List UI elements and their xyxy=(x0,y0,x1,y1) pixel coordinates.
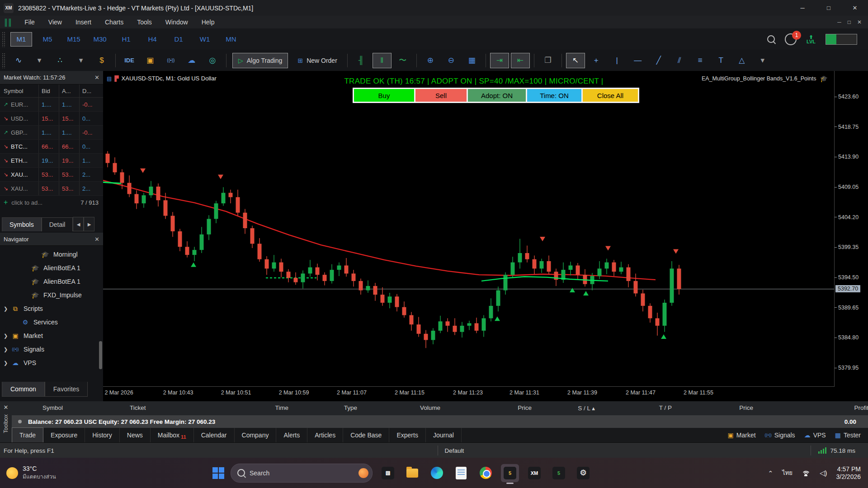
market-bag-icon[interactable]: ▣ xyxy=(141,53,160,68)
ea-button-buy[interactable]: Buy xyxy=(354,89,414,102)
taskbar-app-xm-app[interactable]: XM xyxy=(525,464,543,482)
taskbar-app-settings[interactable]: ⚙ xyxy=(574,464,592,482)
indicators-icon[interactable]: ∴ xyxy=(51,53,70,68)
expand-caret-icon[interactable]: ❯ xyxy=(4,306,9,312)
taskbar-app-task-view[interactable]: ▧ xyxy=(379,464,397,482)
timeframe-d1-button[interactable]: D1 xyxy=(168,32,189,47)
taskbar-app-mt5-green[interactable]: 5 xyxy=(550,464,568,482)
navigator-item-morningl[interactable]: 🎓Morningl xyxy=(0,248,103,261)
trade-table-header[interactable]: SymbolTicketTimeTypeVolumePriceS / L ▴T … xyxy=(12,401,868,416)
column-header-sl[interactable]: S / L ▴ xyxy=(578,404,595,412)
text-tool-icon[interactable]: T xyxy=(712,53,731,68)
navigator-item-scripts[interactable]: ❯⧉Scripts xyxy=(0,302,103,315)
toolbox-tab-journal[interactable]: Journal xyxy=(426,428,462,442)
tab-common[interactable]: Common xyxy=(2,382,45,397)
shortcut-vps[interactable]: ☁VPS xyxy=(804,432,826,439)
dropdown-icon[interactable]: ▾ xyxy=(71,53,90,68)
navigator-item-vps[interactable]: ❯☁VPS xyxy=(0,356,103,370)
taskbar-app-notepad[interactable] xyxy=(452,464,470,482)
chart-restore-icon[interactable]: □ xyxy=(848,19,851,25)
timeframe-m15-button[interactable]: M15 xyxy=(63,32,85,47)
dropdown-icon[interactable]: ▾ xyxy=(30,53,49,68)
column-header-type[interactable]: Type xyxy=(344,404,357,411)
taskbar-app-chrome[interactable] xyxy=(476,464,495,482)
column-header-volume[interactable]: Volume xyxy=(420,404,440,411)
ea-button-sell[interactable]: Sell xyxy=(415,89,467,102)
profile-icon[interactable]: 1 xyxy=(785,33,797,45)
market-watch-row-xau[interactable]: ↘XAU...53...53...2... xyxy=(0,168,103,182)
add-symbol-plus-icon[interactable]: + xyxy=(0,198,11,206)
zoom-in-icon[interactable]: ⊕ xyxy=(421,53,440,68)
market-watch-row-btc[interactable]: ↘BTC...66...66...0... xyxy=(0,140,103,154)
column-header-price[interactable]: Price xyxy=(739,404,753,411)
taskbar-search-input[interactable]: Search xyxy=(231,464,373,483)
vertical-line-icon[interactable]: | xyxy=(608,53,627,68)
column-header-time[interactable]: Time xyxy=(275,404,289,411)
column-header-profit[interactable]: Profit xyxy=(854,404,868,411)
timeframe-m30-button[interactable]: M30 xyxy=(89,32,111,47)
timeframe-h1-button[interactable]: H1 xyxy=(115,32,137,47)
signals-toolbar-icon[interactable]: ((•)) xyxy=(161,53,180,68)
wifi-icon[interactable] xyxy=(802,470,811,476)
column-header-tp[interactable]: T / P xyxy=(659,404,672,411)
timeframe-m5-button[interactable]: M5 xyxy=(37,32,58,47)
new-order-button[interactable]: ⊞ New Order xyxy=(292,53,343,68)
column-header-symbol[interactable]: Symbol xyxy=(42,404,63,411)
market-watch-row-usd[interactable]: ↘USD...15...15...0... xyxy=(0,112,103,126)
deposit-icon[interactable]: $ xyxy=(92,53,111,68)
horizontal-line-icon[interactable]: — xyxy=(628,53,647,68)
shortcut-market[interactable]: ▣Market xyxy=(728,432,756,439)
time-axis[interactable]: 2 Mar 20262 Mar 10:432 Mar 10:512 Mar 10… xyxy=(103,386,834,401)
shapes-icon[interactable]: △ xyxy=(732,53,751,68)
vps-cloud-icon[interactable]: ☁ xyxy=(182,53,201,68)
expand-caret-icon[interactable]: ❯ xyxy=(4,347,9,352)
minimize-button[interactable]: ─ xyxy=(789,0,816,16)
menu-help[interactable]: Help xyxy=(195,16,222,28)
toolbar-grip[interactable] xyxy=(2,32,5,47)
toolbox-tab-mailbox[interactable]: Mailbox11 xyxy=(151,428,194,442)
language-indicator[interactable]: ไทย xyxy=(782,468,793,478)
toolbox-tab-company[interactable]: Company xyxy=(235,428,277,442)
lvl-upgrade-icon[interactable]: ⬆LVL xyxy=(807,35,816,44)
add-symbol-row[interactable]: + click to ad... 7 / 913 xyxy=(0,196,103,209)
tabs-scroll-right-icon[interactable]: ▶ xyxy=(84,217,94,231)
chart-close-icon[interactable]: ✕ xyxy=(857,19,862,25)
shortcut-signals[interactable]: ((•))Signals xyxy=(765,432,795,439)
zoom-out-icon[interactable]: ⊖ xyxy=(442,53,461,68)
navigator-close-icon[interactable]: ✕ xyxy=(94,236,99,243)
ea-button-close-all[interactable]: Close All xyxy=(583,89,638,102)
volume-icon[interactable]: ◁) xyxy=(820,469,827,477)
algo-trading-button[interactable]: ▷ Algo Trading xyxy=(232,53,288,68)
close-button[interactable]: ✕ xyxy=(842,0,868,16)
market-watch-row-xau[interactable]: ↘XAU...53...53...2... xyxy=(0,182,103,196)
weather-widget[interactable]: 33°C มีแดดบางส่วน xyxy=(0,465,115,481)
taskbar-clock[interactable]: 4:57 PM 3/2/2026 xyxy=(836,465,861,481)
screenshot-icon[interactable]: ❐ xyxy=(538,53,557,68)
tab-symbols[interactable]: Symbols xyxy=(2,217,42,231)
chart-style-icon[interactable]: ∿ xyxy=(9,53,28,68)
toolbox-tab-history[interactable]: History xyxy=(85,428,120,442)
price-axis[interactable]: 5423.605418.755413.905409.055404.205399.… xyxy=(835,71,868,386)
timeframe-w1-button[interactable]: W1 xyxy=(194,32,216,47)
crosshair-icon[interactable]: + xyxy=(587,53,606,68)
column-header-price[interactable]: Price xyxy=(518,404,532,411)
taskbar-app-metatrader5[interactable]: 5 xyxy=(501,464,519,482)
market-watch-close-icon[interactable]: ✕ xyxy=(94,74,99,81)
toolbox-tab-alerts[interactable]: Alerts xyxy=(276,428,307,442)
tab-detail[interactable]: Detail xyxy=(42,217,73,231)
taskbar-app-edge[interactable] xyxy=(428,464,446,482)
navigator-item-alienbotea-1[interactable]: 🎓AlienBotEA 1 xyxy=(0,261,103,275)
market-watch-row-gbp[interactable]: ↗GBP...1....1....-0... xyxy=(0,126,103,140)
navigator-scrollbar[interactable] xyxy=(99,341,102,369)
menu-window[interactable]: Window xyxy=(159,16,195,28)
ea-button-time--on[interactable]: Time: ON xyxy=(527,89,581,102)
toolbox-tab-trade[interactable]: Trade xyxy=(12,427,43,443)
menu-tools[interactable]: Tools xyxy=(130,16,159,28)
taskbar-app-file-explorer[interactable] xyxy=(403,464,421,482)
auto-scroll-icon[interactable]: ⇥ xyxy=(490,53,509,68)
expand-caret-icon[interactable]: ❯ xyxy=(4,333,9,339)
market-watch-column-headers[interactable]: Symbol Bid A... D... xyxy=(0,84,103,98)
toolbox-tab-calendar[interactable]: Calendar xyxy=(194,428,235,442)
trendline-icon[interactable]: ╱ xyxy=(649,53,668,68)
navigator-item-signals[interactable]: ❯((•))Signals xyxy=(0,343,103,356)
